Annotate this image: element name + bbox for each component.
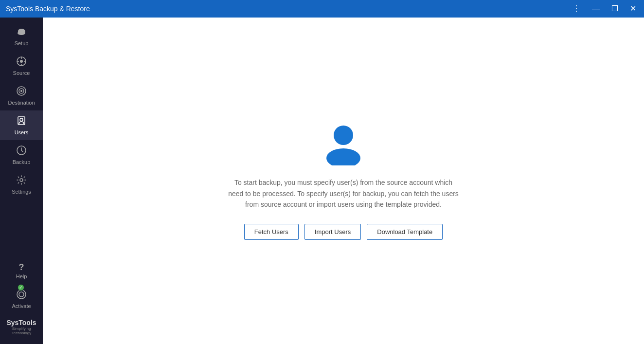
action-buttons: Fetch Users Import Users Download Templa… (244, 224, 443, 240)
help-icon: ? (19, 263, 24, 272)
destination-icon (16, 86, 27, 98)
svg-point-19 (19, 292, 24, 297)
sidebar-item-source[interactable]: Source (0, 51, 43, 81)
sidebar-item-setup-label: Setup (15, 40, 29, 46)
sidebar-item-destination[interactable]: Destination (0, 81, 43, 110)
sidebar-item-users[interactable]: Users (0, 110, 43, 140)
sidebar-item-backup[interactable]: Backup (0, 140, 43, 170)
app-body: Setup Source (0, 18, 644, 344)
restore-button[interactable]: ❐ (609, 4, 620, 14)
svg-point-18 (17, 290, 26, 299)
sidebar-bottom: ? Help ✓ Activate SysTools Simplifying T… (0, 258, 43, 344)
title-bar: SysTools Backup & Restore ⋮ — ❐ ✕ (0, 0, 644, 18)
description-text: To start backup, you must specify user(s… (227, 177, 460, 210)
sidebar-item-source-label: Source (13, 70, 30, 76)
sidebar-item-backup-label: Backup (13, 159, 31, 165)
svg-rect-4 (18, 33, 24, 35)
sidebar: Setup Source (0, 18, 43, 344)
sidebar-item-setup[interactable]: Setup (0, 21, 43, 51)
source-icon (16, 56, 27, 68)
sidebar-item-help-label: Help (16, 273, 27, 279)
sidebar-item-activate-label: Activate (12, 303, 31, 309)
users-illustration (319, 122, 368, 165)
sidebar-brand: SysTools Simplifying Technology (0, 314, 43, 340)
sidebar-item-destination-label: Destination (8, 100, 35, 106)
close-button[interactable]: ✕ (628, 4, 638, 14)
sidebar-item-users-label: Users (15, 129, 29, 135)
download-template-button[interactable]: Download Template (367, 224, 443, 240)
title-bar-left: SysTools Backup & Restore (6, 5, 90, 13)
settings-icon (16, 175, 27, 187)
svg-point-21 (326, 148, 360, 165)
fetch-users-button[interactable]: Fetch Users (244, 224, 299, 240)
app-title: SysTools Backup & Restore (6, 5, 90, 13)
minimize-button[interactable]: — (590, 4, 602, 14)
brand-name: SysTools (2, 319, 41, 326)
sidebar-item-activate[interactable]: ✓ Activate (0, 284, 43, 314)
svg-point-6 (20, 60, 23, 63)
svg-point-17 (20, 179, 23, 181)
user-avatar-icon (319, 122, 368, 165)
sidebar-item-settings-label: Settings (12, 189, 31, 195)
main-content: To start backup, you must specify user(s… (43, 18, 644, 344)
backup-icon (16, 145, 27, 157)
activate-check-badge: ✓ (18, 284, 24, 291)
users-icon (16, 115, 27, 127)
svg-point-13 (20, 90, 22, 92)
sidebar-item-settings[interactable]: Settings (0, 170, 43, 199)
cloud-icon (16, 26, 27, 38)
title-bar-controls: ⋮ — ❐ ✕ (571, 4, 638, 14)
menu-button[interactable]: ⋮ (571, 4, 582, 14)
svg-point-20 (334, 126, 353, 145)
sidebar-item-help[interactable]: ? Help (0, 258, 43, 284)
import-users-button[interactable]: Import Users (304, 224, 361, 240)
brand-tagline: Simplifying Technology (2, 326, 41, 335)
svg-point-15 (20, 118, 23, 121)
